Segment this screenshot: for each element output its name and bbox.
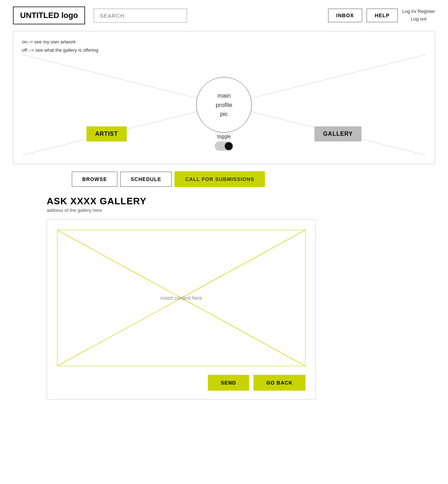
toggle-switch[interactable] (215, 141, 233, 151)
help-button[interactable]: HELP (367, 9, 398, 22)
toggle-knob (225, 142, 233, 150)
schedule-button[interactable]: SCHEDULE (120, 172, 172, 187)
auth-links: Log In/ Register Log out (402, 8, 435, 23)
header-right: INBOX HELP Log In/ Register Log out (328, 8, 435, 23)
gallery-card: insert content here SEND GO BACK (47, 219, 316, 400)
artist-button[interactable]: ARTIST (87, 126, 127, 141)
action-buttons: SEND GO BACK (57, 375, 305, 391)
logout-link[interactable]: Log out (402, 15, 435, 23)
header: UNTITLED logo INBOX HELP Log In/ Registe… (0, 0, 448, 31)
gallery-button[interactable]: GALLERY (314, 126, 361, 141)
gallery-title: ASK XXXX GALLERY (47, 196, 435, 207)
search-input[interactable] (94, 9, 187, 23)
content-placeholder: insert content here (57, 230, 305, 366)
go-back-button[interactable]: GO BACK (253, 375, 305, 391)
profile-inner: mainprofilepic ARTIST GALLERY toggle (22, 55, 426, 155)
toggle-off-hint: off --> see what the gallery is offering (22, 46, 426, 54)
profile-section: on--> see my own artwork off --> see wha… (13, 31, 435, 164)
toggle-hint: on--> see my own artwork off --> see wha… (22, 38, 426, 55)
inbox-button[interactable]: INBOX (328, 9, 362, 22)
gallery-section: ASK XXXX GALLERY address of the gallery … (47, 196, 435, 400)
send-button[interactable]: SEND (208, 375, 249, 391)
toggle-on-hint: on--> see my own artwork (22, 38, 426, 46)
login-register-link[interactable]: Log In/ Register (402, 8, 435, 15)
browse-button[interactable]: BROWSE (72, 172, 117, 187)
nav-buttons: BROWSE SCHEDULE CALL FOR SUBMISSIONS (72, 171, 435, 187)
toggle-label: toggle (217, 134, 231, 139)
placeholder-label: insert content here (160, 295, 202, 301)
call-for-submissions-button[interactable]: CALL FOR SUBMISSIONS (174, 171, 265, 187)
profile-pic-label: mainprofilepic (216, 91, 232, 119)
gallery-address: address of the gallery here (47, 208, 435, 213)
logo: UNTITLED logo (13, 6, 85, 24)
profile-picture: mainprofilepic (196, 77, 252, 132)
toggle-area: toggle (215, 134, 233, 151)
